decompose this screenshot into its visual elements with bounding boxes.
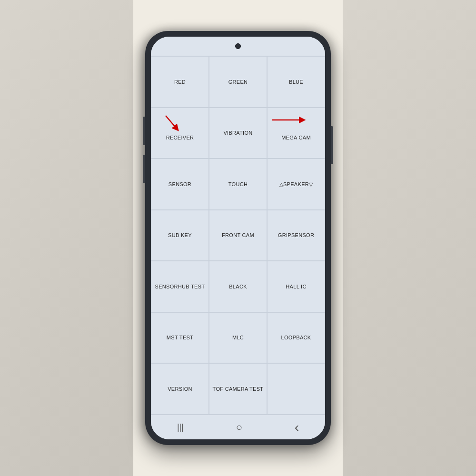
phone-screen: RED GREEN BLUE (151, 37, 325, 439)
notch-area (151, 37, 325, 56)
cell-black[interactable]: BLACK (209, 261, 267, 312)
cell-tof-camera-test[interactable]: TOF CAMERA TEST (209, 363, 267, 415)
phone-body: RED GREEN BLUE (145, 31, 331, 445)
cell-gripsensor[interactable]: GRIPSENSOR (267, 210, 325, 261)
cell-blue[interactable]: BLUE (267, 56, 325, 108)
cell-speaker[interactable]: △SPEAKER▽ (267, 159, 325, 210)
volume-down-button[interactable] (143, 155, 145, 183)
cell-vibration[interactable]: VIBRATION (209, 108, 267, 159)
navigation-bar: ||| ○ ‹ (151, 415, 325, 439)
cell-sub-key[interactable]: SUB KEY (151, 210, 209, 261)
front-camera-dot (235, 43, 241, 49)
recents-button[interactable]: ||| (177, 422, 184, 432)
svg-line-1 (166, 116, 177, 129)
home-button[interactable]: ○ (236, 421, 242, 434)
test-grid: RED GREEN BLUE (151, 56, 325, 415)
cell-green[interactable]: GREEN (209, 56, 267, 108)
volume-up-button[interactable] (143, 117, 145, 145)
cell-touch[interactable]: TOUCH (209, 159, 267, 210)
cell-mst-test[interactable]: MST TEST (151, 312, 209, 364)
cell-red[interactable]: RED (151, 56, 209, 108)
cell-sensorhub-test[interactable]: SENSORHUB TEST (151, 261, 209, 312)
cell-receiver[interactable]: RECEIVER (151, 108, 209, 159)
back-button[interactable]: ‹ (295, 420, 299, 435)
cell-loopback[interactable]: LOOPBACK (267, 312, 325, 364)
cell-front-cam[interactable]: FRONT CAM (209, 210, 267, 261)
cell-hall-ic[interactable]: HALL IC (267, 261, 325, 312)
background-right (343, 0, 476, 476)
cell-mlc[interactable]: MLC (209, 312, 267, 364)
cell-sensor[interactable]: SENSOR (151, 159, 209, 210)
power-button[interactable] (331, 126, 333, 164)
cell-mega-cam[interactable]: MEGA CAM (267, 108, 325, 159)
cell-version[interactable]: VERSION (151, 363, 209, 415)
background-left (0, 0, 133, 476)
scene: RED GREEN BLUE (0, 0, 476, 476)
cell-empty (267, 363, 325, 415)
